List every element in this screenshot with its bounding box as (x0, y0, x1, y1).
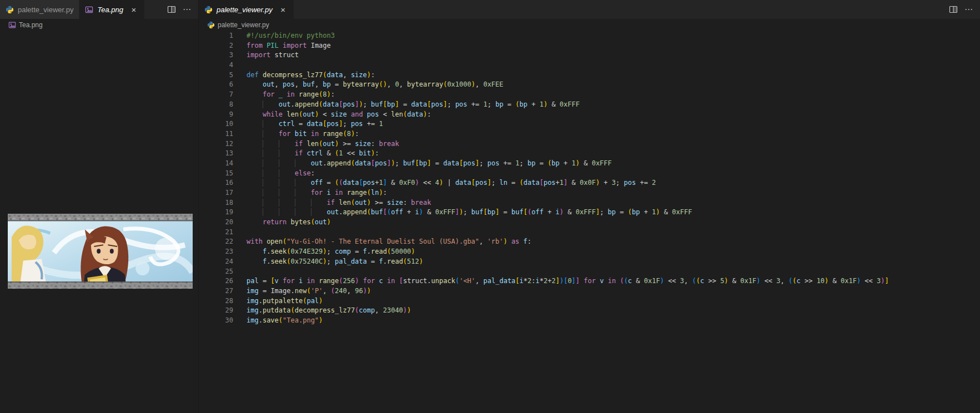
split-editor-icon[interactable] (166, 4, 177, 15)
code-token (306, 130, 310, 138)
tab-palette-viewer-right[interactable]: palette_viewer.py × (199, 0, 294, 19)
split-editor-icon[interactable] (948, 4, 959, 15)
code-token: in (306, 277, 314, 285)
code-line[interactable]: img.putdata(decompress_lz77(comp, 23040)… (247, 306, 980, 316)
code-line[interactable]: if len(out) >= size: break (247, 198, 980, 208)
code-token: data (407, 110, 423, 118)
indent-guide (263, 169, 279, 177)
code-token: ( (628, 208, 632, 216)
code-line[interactable]: off = ((data[pos+1] & 0xF0) << 4) | data… (247, 178, 980, 188)
code-token: ) (471, 80, 475, 88)
code-token: & (660, 208, 672, 216)
code-token: , (347, 287, 355, 295)
code-token: and (351, 110, 363, 118)
code-line[interactable]: pal = [v for i in range(256) for c in [s… (247, 276, 980, 286)
code-line[interactable]: if len(out) >= size: break (247, 139, 980, 149)
code-line[interactable]: return bytes(out) (247, 218, 980, 228)
code-token: bytearray (407, 80, 443, 88)
editor-actions-left: ⋯ (166, 0, 198, 19)
code-token: , (684, 277, 692, 285)
code-token: 0 (395, 80, 399, 88)
code-token: ) (319, 316, 323, 324)
line-number: 25 (199, 267, 233, 277)
code-token: 0 (567, 277, 571, 285)
code-line[interactable]: for bit in range(8): (247, 129, 980, 139)
code-line[interactable]: img = Image.new('P', (240, 96)) (247, 286, 980, 296)
code-line[interactable]: import struct (247, 51, 980, 61)
code-token: ) (881, 277, 884, 285)
indent-guide (295, 179, 311, 187)
code-token: : (311, 169, 315, 177)
close-icon[interactable]: × (129, 4, 139, 14)
code-line[interactable] (247, 228, 980, 238)
code-token: for (279, 130, 291, 138)
more-actions-icon[interactable]: ⋯ (182, 4, 193, 15)
code-line[interactable]: for i in range(ln): (247, 188, 980, 198)
code-line[interactable]: if ctrl & (1 << bit): (247, 149, 980, 159)
code-token: out (303, 110, 315, 118)
code-line[interactable]: with open("Yu-Gi-Oh! - The Eternal Dueli… (247, 237, 980, 247)
code-token (383, 277, 387, 285)
code-line[interactable] (247, 267, 980, 277)
code-line[interactable]: out.append(data[pos]); buf[bp] = data[po… (247, 159, 980, 169)
code-token: ( (287, 258, 290, 265)
code-editor[interactable]: 1234567891011121314151617181920212223242… (199, 31, 980, 413)
code-lines: #!/usr/bin/env python3from PIL import Im… (247, 31, 980, 413)
code-token: 'rb' (488, 238, 504, 245)
code-line[interactable]: out, pos, buf, bp = bytearray(), 0, byte… (247, 80, 980, 90)
code-token: open (267, 238, 283, 245)
code-token: data (455, 179, 471, 187)
code-token: [ (483, 208, 487, 216)
code-token: << (419, 179, 435, 187)
code-token: 1 (379, 179, 383, 187)
code-line[interactable]: f.seek(0x74E329); comp = f.read(50000) (247, 247, 980, 257)
tea-image[interactable] (8, 214, 193, 289)
code-line[interactable]: #!/usr/bin/env python3 (247, 31, 980, 41)
code-token: ) (367, 287, 371, 295)
tab-palette-viewer-left[interactable]: palette_viewer.py (0, 0, 79, 19)
code-line[interactable]: def decompress_lz77(data, size): (247, 70, 980, 80)
code-line[interactable]: from PIL import Image (247, 41, 980, 51)
code-token: 0xF0 (399, 179, 415, 187)
code-token: * (540, 277, 544, 285)
code-line[interactable]: out.append(buf[(off + i) & 0xFFF]); buf[… (247, 208, 980, 218)
code-token: ] (556, 277, 560, 285)
more-actions-icon[interactable]: ⋯ (963, 4, 974, 15)
code-line[interactable]: img.save("Tea.png") (247, 316, 980, 326)
code-token: out (327, 208, 339, 216)
breadcrumb-right[interactable]: palette_viewer.py (199, 19, 980, 31)
code-line[interactable]: f.seek(0x75240C); pal_data = f.read(512) (247, 257, 980, 267)
code-line[interactable]: for _ in range(8): (247, 90, 980, 100)
code-line[interactable]: out.append(data[pos]); buf[bp] = data[po… (247, 100, 980, 110)
code-token: 0x1000 (447, 80, 471, 88)
code-token: . (383, 258, 387, 265)
code-line[interactable]: else: (247, 169, 980, 179)
tab-tea-png[interactable]: Tea.png × (79, 0, 145, 19)
line-number: 17 (199, 188, 233, 198)
line-number: 28 (199, 296, 233, 306)
code-token: ( (696, 277, 700, 285)
code-token: break (411, 199, 431, 206)
indent-guide (247, 149, 263, 157)
code-token: decompress_lz77 (295, 306, 355, 314)
code-token: data (524, 179, 540, 187)
code-token: ) (403, 306, 407, 314)
code-token: ; (520, 159, 527, 167)
code-token: append (327, 159, 351, 167)
code-token: . (291, 287, 295, 295)
code-line[interactable]: while len(out) < size and pos < len(data… (247, 110, 980, 120)
code-token: putpalette (263, 297, 303, 305)
code-line[interactable]: img.putpalette(pal) (247, 296, 980, 306)
line-number: 14 (199, 159, 233, 169)
code-token: ) (560, 208, 564, 216)
code-line[interactable]: ctrl = data[pos]; pos += 1 (247, 119, 980, 129)
code-token: : (427, 110, 431, 118)
code-token: ) (656, 208, 660, 216)
code-token: ( (279, 316, 283, 324)
line-number: 26 (199, 276, 233, 286)
close-icon[interactable]: × (278, 4, 288, 14)
code-token: : (527, 238, 531, 245)
breadcrumb-left[interactable]: Tea.png (0, 19, 198, 31)
code-token (331, 189, 335, 197)
code-line[interactable] (247, 61, 980, 70)
